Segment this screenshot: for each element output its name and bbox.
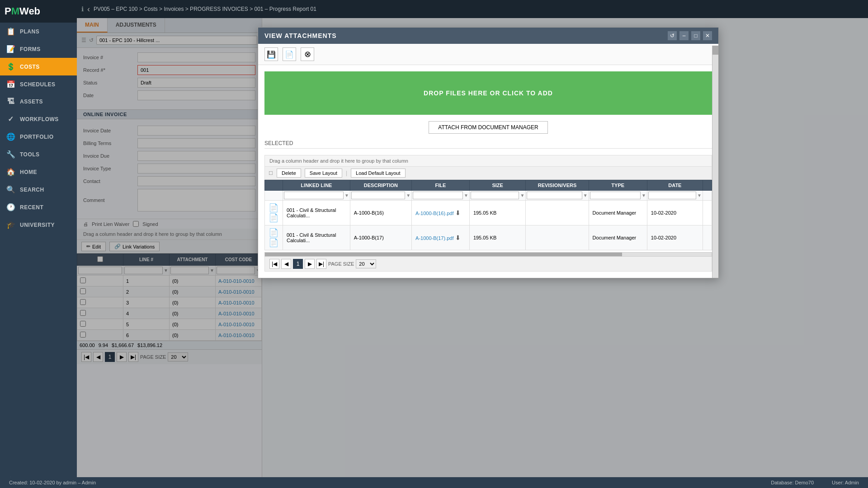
- home-icon: 🏠: [6, 168, 15, 176]
- sidebar-item-workflows[interactable]: ✓ WORKFLOWS: [0, 110, 77, 128]
- sidebar-item-tools[interactable]: 🔧 TOOLS: [0, 145, 77, 163]
- modal-load-default-btn[interactable]: Load Default Layout: [351, 169, 405, 178]
- file-link[interactable]: A-1000-B(16).pdf: [415, 211, 453, 216]
- modal-save-btn[interactable]: 💾: [264, 47, 278, 61]
- selected-label: SELECTED: [264, 140, 712, 149]
- sidebar-item-portfolio[interactable]: 🌐 PORTFOLIO: [0, 128, 77, 145]
- col-type[interactable]: TYPE: [589, 180, 647, 191]
- cell-extra: [703, 201, 712, 225]
- modal-page-size-select[interactable]: 2050100: [356, 259, 376, 268]
- modal-controls: ↺ – □ ✕: [668, 31, 712, 40]
- sidebar-item-plans[interactable]: 📋 PLANS: [0, 23, 77, 40]
- drop-zone[interactable]: DROP FILES HERE OR CLICK TO ADD: [264, 71, 712, 115]
- modal-page-next[interactable]: ▶: [305, 259, 315, 269]
- modal-page-last[interactable]: ▶|: [316, 259, 326, 269]
- cell-date: 10-02-2020: [647, 201, 703, 225]
- sidebar-item-schedules[interactable]: 📅 SCHEDULES: [0, 75, 77, 93]
- modal-cancel-btn[interactable]: ⊗: [301, 47, 314, 61]
- download-icon[interactable]: ⬇: [455, 234, 461, 241]
- modal-minimize-btn[interactable]: –: [679, 31, 689, 40]
- modal-save-layout-btn[interactable]: Save Layout: [305, 169, 342, 178]
- recent-icon: 🕐: [6, 203, 15, 211]
- attach-from-dm-button[interactable]: ATTACH FROM DOCUMENT MANAGER: [429, 121, 547, 134]
- download-icon[interactable]: ⬇: [455, 209, 461, 216]
- modal-page-first[interactable]: |◀: [269, 259, 279, 269]
- cell-date: 10-02-2020: [647, 225, 703, 250]
- filter-file-icon[interactable]: ▼: [464, 193, 468, 198]
- col-linked-line[interactable]: LINKED LINE: [283, 180, 350, 191]
- cell-thumb: 📄📄: [265, 225, 283, 250]
- col-date[interactable]: DATE: [647, 180, 703, 191]
- modal-export-btn[interactable]: 📄: [283, 47, 296, 61]
- cell-revision: [526, 225, 589, 250]
- modal-page-size-label: PAGE SIZE: [328, 261, 354, 267]
- sidebar-item-recent[interactable]: 🕐 RECENT: [0, 198, 77, 216]
- cell-thumb: 📄📄: [265, 201, 283, 225]
- user-info: User: Admin: [832, 480, 859, 485]
- cell-description: A-1000-B(17): [350, 225, 411, 250]
- info-icon[interactable]: ℹ: [81, 5, 84, 13]
- sidebar-item-search[interactable]: 🔍 SEARCH: [0, 181, 77, 198]
- modal-page-current[interactable]: 1: [293, 259, 303, 269]
- col-file[interactable]: FILE: [412, 180, 470, 191]
- table-row: 📄📄 001 - Civil & Structural Calculati...…: [265, 201, 712, 225]
- modal-title: VIEW ATTACHMENTS: [264, 32, 337, 39]
- table-row: 📄📄 001 - Civil & Structural Calculati...…: [265, 225, 712, 250]
- back-button[interactable]: ‹: [87, 5, 90, 14]
- university-icon: 🎓: [6, 221, 15, 229]
- modal-maximize-btn[interactable]: □: [691, 31, 700, 40]
- filter-date[interactable]: [648, 192, 696, 199]
- status-bar: Created: 10-02-2020 by admin – Admin Dat…: [0, 477, 868, 488]
- search-icon: 🔍: [6, 185, 15, 194]
- modal-page-prev[interactable]: ◀: [281, 259, 291, 269]
- modal-attachments-table: LINKED LINE DESCRIPTION FILE SIZE REVISI…: [264, 180, 712, 250]
- breadcrumb: PV005 – EPC 100 > Costs > Invoices > PRO…: [94, 6, 316, 12]
- filter-date-icon[interactable]: ▼: [697, 193, 702, 198]
- modal-close-btn[interactable]: ✕: [703, 31, 712, 40]
- sidebar-item-forms[interactable]: 📝 FORMS: [0, 40, 77, 58]
- file-link[interactable]: A-1000-B(17).pdf: [415, 235, 453, 241]
- filter-description[interactable]: [351, 192, 405, 199]
- main-area: MAIN ADJUSTMENTS ☰ ↺ Invoice # Record #*…: [77, 18, 868, 488]
- filter-size-icon[interactable]: ▼: [520, 193, 524, 198]
- col-extra: [703, 180, 712, 191]
- horizontal-scrollbar[interactable]: [264, 252, 712, 257]
- portfolio-icon: 🌐: [6, 132, 15, 141]
- cell-linked-line: 001 - Civil & Structural Calculati...: [283, 225, 350, 250]
- cell-description: A-1000-B(16): [350, 201, 411, 225]
- app-logo: PMWeb: [0, 0, 77, 23]
- col-size[interactable]: SIZE: [469, 180, 525, 191]
- cell-file: A-1000-B(17).pdf ⬇: [412, 225, 470, 250]
- sidebar-item-university[interactable]: 🎓 UNIVERSITY: [0, 216, 77, 234]
- sidebar-item-assets[interactable]: 🏗 ASSETS: [0, 93, 77, 110]
- modal-scrollbar[interactable]: [712, 46, 718, 278]
- modal-body: DROP FILES HERE OR CLICK TO ADD ATTACH F…: [258, 65, 718, 278]
- assets-icon: 🏗: [6, 98, 15, 106]
- filter-type-icon[interactable]: ▼: [642, 193, 646, 198]
- sidebar-item-costs[interactable]: 💲 COSTS: [0, 58, 77, 75]
- modal-header: VIEW ATTACHMENTS ↺ – □ ✕: [258, 28, 718, 44]
- top-navigation: ℹ ‹ PV005 – EPC 100 > Costs > Invoices >…: [77, 0, 868, 18]
- filter-type[interactable]: [590, 192, 641, 199]
- forms-icon: 📝: [6, 45, 15, 53]
- filter-rev-icon[interactable]: ▼: [583, 193, 588, 198]
- col-description[interactable]: DESCRIPTION: [350, 180, 411, 191]
- view-attachments-modal: VIEW ATTACHMENTS ↺ – □ ✕ 💾 📄 ⊗ DROP FILE…: [258, 27, 719, 278]
- filter-linked-icon[interactable]: ▼: [344, 193, 349, 198]
- filter-size[interactable]: [471, 192, 519, 199]
- modal-refresh-btn[interactable]: ↺: [668, 31, 677, 40]
- filter-file[interactable]: [413, 192, 463, 199]
- filter-linked-line[interactable]: [284, 192, 344, 199]
- col-revision[interactable]: REVISION/VERS: [526, 180, 589, 191]
- modal-delete-btn[interactable]: Delete: [277, 169, 301, 178]
- sidebar-item-home[interactable]: 🏠 HOME: [0, 163, 77, 181]
- schedules-icon: 📅: [6, 80, 15, 89]
- cell-type: Document Manager: [589, 225, 647, 250]
- cell-type: Document Manager: [589, 201, 647, 225]
- modal-table-wrap: LINKED LINE DESCRIPTION FILE SIZE REVISI…: [264, 180, 712, 250]
- filter-revision[interactable]: [527, 192, 582, 199]
- col-thumb: [265, 180, 283, 191]
- workflows-icon: ✓: [6, 115, 15, 123]
- plans-icon: 📋: [6, 27, 15, 36]
- filter-desc-icon[interactable]: ▼: [406, 193, 410, 198]
